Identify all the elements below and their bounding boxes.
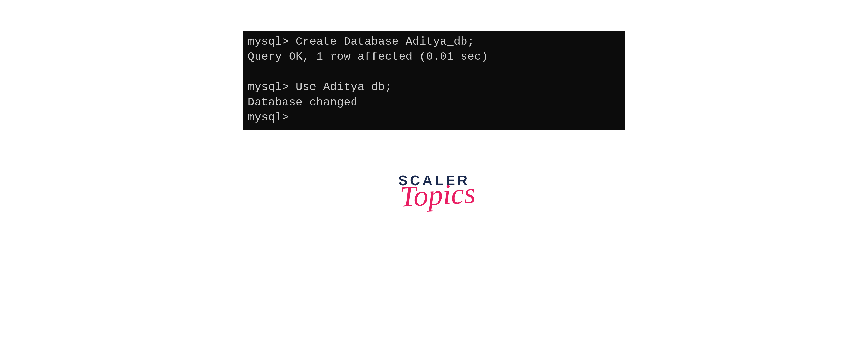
terminal-output: Query OK, 1 row affected (0.01 sec): [248, 50, 488, 63]
prompt: mysql>: [248, 111, 289, 124]
terminal-output: Database changed: [248, 96, 358, 109]
command: Create Database Aditya_db;: [296, 35, 474, 48]
prompt: mysql>: [248, 35, 289, 48]
command: Use Aditya_db;: [296, 80, 392, 93]
terminal-line: mysql>: [248, 111, 289, 124]
terminal-line: mysql> Use Aditya_db;: [248, 80, 392, 93]
logo-top-text: SCALER: [398, 172, 470, 189]
mysql-terminal[interactable]: mysql> Create Database Aditya_db; Query …: [243, 31, 625, 130]
scaler-topics-logo: SCALER Topics: [396, 172, 472, 208]
terminal-line: mysql> Create Database Aditya_db;: [248, 35, 474, 48]
prompt: mysql>: [248, 80, 289, 93]
